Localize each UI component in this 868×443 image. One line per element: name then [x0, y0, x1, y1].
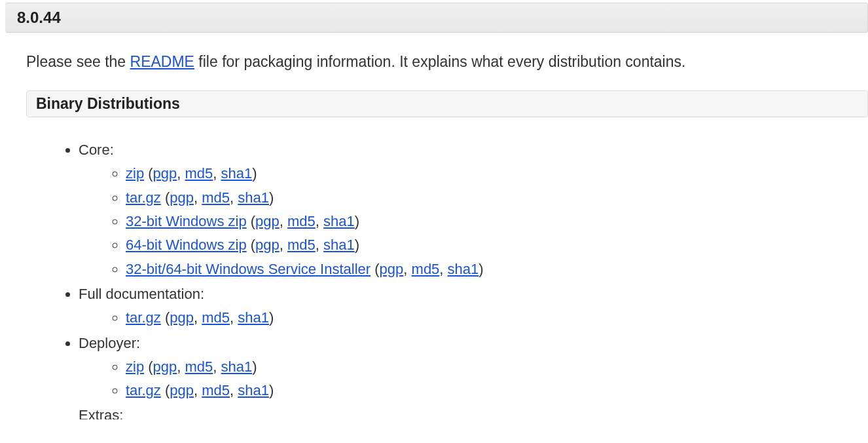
list-item: tar.gz (pgp, md5, sha1)	[126, 186, 868, 210]
sig-link-sha1[interactable]: sha1	[448, 261, 479, 277]
intro-paragraph: Please see the README file for packaging…	[0, 33, 868, 90]
sig-link-md5[interactable]: md5	[287, 213, 316, 229]
sig-link-pgp[interactable]: pgp	[170, 382, 194, 398]
download-link[interactable]: 32-bit/64-bit Windows Service Installer	[126, 261, 371, 277]
category-full-documentation: Full documentation: tar.gz (pgp, md5, sh…	[79, 282, 868, 330]
sig-link-pgp[interactable]: pgp	[153, 358, 177, 375]
distribution-list: Core: zip (pgp, md5, sha1) tar.gz (pgp, …	[0, 117, 868, 419]
list-item: 64-bit Windows zip (pgp, md5, sha1)	[126, 233, 868, 257]
sig-link-pgp[interactable]: pgp	[153, 165, 177, 182]
category-label: Extras:	[79, 407, 123, 419]
sig-link-md5[interactable]: md5	[185, 165, 213, 182]
download-link[interactable]: 64-bit Windows zip	[126, 237, 247, 253]
sig-link-pgp[interactable]: pgp	[255, 237, 280, 253]
list-item: 32-bit Windows zip (pgp, md5, sha1)	[126, 210, 868, 233]
binary-distributions-header: Binary Distributions	[26, 90, 868, 117]
download-link[interactable]: zip	[126, 165, 144, 182]
list-item: zip (pgp, md5, sha1)	[126, 162, 868, 185]
sig-link-pgp[interactable]: pgp	[170, 189, 194, 206]
sig-link-md5[interactable]: md5	[202, 189, 230, 206]
list-item: zip (pgp, md5, sha1)	[126, 355, 868, 379]
intro-text-after: file for packaging information. It expla…	[194, 53, 685, 70]
category-label: Full documentation:	[79, 286, 204, 302]
list-item: tar.gz (pgp, md5, sha1)	[126, 379, 868, 402]
sig-link-sha1[interactable]: sha1	[323, 237, 355, 253]
category-deployer: Deployer: zip (pgp, md5, sha1) tar.gz (p…	[79, 332, 868, 403]
download-link[interactable]: 32-bit Windows zip	[126, 213, 247, 229]
list-item: tar.gz (pgp, md5, sha1)	[126, 306, 868, 330]
download-link[interactable]: tar.gz	[126, 309, 161, 326]
paren-open: (	[148, 165, 153, 182]
readme-link[interactable]: README	[130, 53, 194, 70]
sig-link-md5[interactable]: md5	[185, 358, 213, 375]
sig-link-pgp[interactable]: pgp	[255, 213, 280, 229]
sig-link-sha1[interactable]: sha1	[221, 358, 253, 375]
sig-link-md5[interactable]: md5	[202, 309, 230, 326]
paren-close: )	[252, 165, 257, 182]
category-extras: Extras:	[79, 404, 868, 419]
sig-link-md5[interactable]: md5	[202, 382, 230, 398]
intro-text-before: Please see the	[26, 53, 130, 70]
download-link[interactable]: tar.gz	[126, 382, 161, 398]
sig-link-sha1[interactable]: sha1	[238, 189, 269, 206]
sig-link-md5[interactable]: md5	[412, 261, 440, 277]
sig-link-md5[interactable]: md5	[287, 237, 316, 253]
sig-link-sha1[interactable]: sha1	[323, 213, 355, 229]
category-label: Core:	[79, 142, 114, 158]
sig-link-sha1[interactable]: sha1	[238, 309, 269, 326]
sig-link-pgp[interactable]: pgp	[380, 261, 404, 277]
version-header: 8.0.44	[5, 3, 868, 33]
sig-link-sha1[interactable]: sha1	[221, 165, 253, 182]
category-core: Core: zip (pgp, md5, sha1) tar.gz (pgp, …	[79, 138, 868, 281]
download-link[interactable]: zip	[126, 358, 144, 375]
category-label: Deployer:	[79, 335, 140, 351]
download-link[interactable]: tar.gz	[126, 189, 161, 206]
sig-link-pgp[interactable]: pgp	[170, 309, 194, 326]
sig-link-sha1[interactable]: sha1	[238, 382, 269, 398]
list-item: 32-bit/64-bit Windows Service Installer …	[126, 258, 868, 281]
